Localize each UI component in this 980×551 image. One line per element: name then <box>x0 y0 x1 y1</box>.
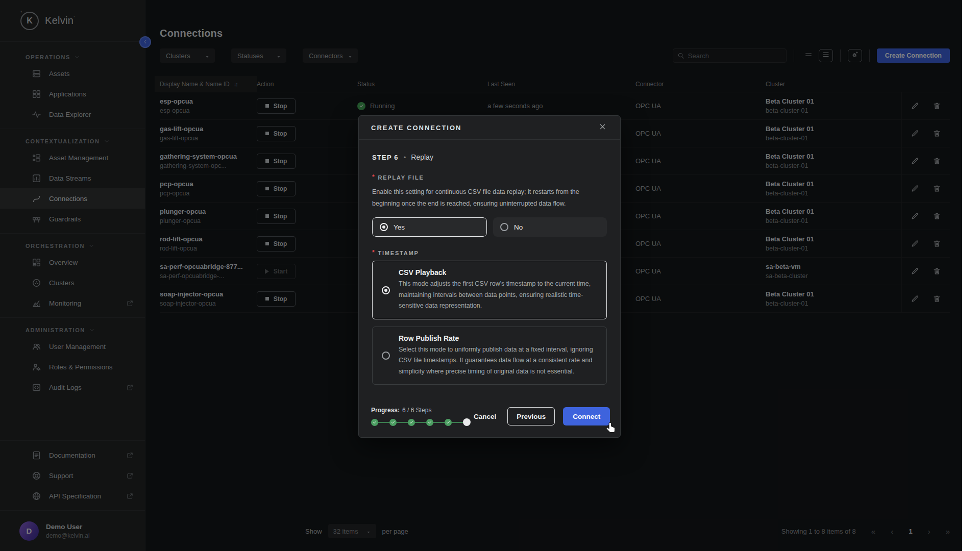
modal-header: CREATE CONNECTION <box>359 116 620 140</box>
step-complete-icon <box>445 419 452 426</box>
progress: Progress:6 / 6 Steps <box>371 407 471 426</box>
replay-file-description: Enable this setting for continuous CSV f… <box>372 186 603 210</box>
modal-body: STEP 6 • Replay * REPLAY FILE Enable thi… <box>359 140 620 399</box>
step-connector <box>415 422 426 423</box>
step-connector <box>433 422 445 423</box>
step-complete-icon <box>389 419 397 426</box>
replay-file-label: * REPLAY FILE <box>372 174 607 181</box>
replay-option-yes[interactable]: Yes <box>372 217 487 237</box>
timestamp-label: * TIMESTAMP <box>372 250 607 256</box>
progress-text: Progress:6 / 6 Steps <box>371 407 471 414</box>
step-bullet: • <box>404 154 406 161</box>
progress-steps <box>371 418 471 426</box>
radio-icon <box>500 223 508 231</box>
step-name: Replay <box>411 153 433 161</box>
step-current-icon <box>463 418 471 426</box>
radio-icon <box>382 286 390 294</box>
step-connector <box>378 422 389 423</box>
timestamp-mode-csv-playback[interactable]: CSV Playback This mode adjusts the first… <box>372 261 607 319</box>
create-connection-modal: CREATE CONNECTION STEP 6 • Replay * REPL… <box>358 115 621 438</box>
step-indicator: STEP 6 • Replay <box>372 153 607 161</box>
modal-buttons: Cancel Previous Connect <box>471 407 610 425</box>
timestamp-mode-row-publish-rate[interactable]: Row Publish Rate Select this mode to uni… <box>372 327 607 385</box>
modal-footer: Progress:6 / 6 Steps Cancel Previous Con… <box>359 399 620 437</box>
step-connector <box>452 422 463 423</box>
close-icon[interactable] <box>599 123 608 132</box>
app-window: ' K Kelvin' OPERATIONS Assets Applicatio… <box>0 0 962 551</box>
right-gutter <box>962 0 980 551</box>
radio-icon <box>380 223 388 231</box>
required-marker: * <box>372 250 375 255</box>
step-connector <box>397 422 408 423</box>
screen: ' K Kelvin' OPERATIONS Assets Applicatio… <box>0 0 980 551</box>
step-complete-icon <box>371 419 378 426</box>
timestamp-options: CSV Playback This mode adjusts the first… <box>372 261 607 385</box>
required-marker: * <box>372 174 375 180</box>
cancel-button[interactable]: Cancel <box>471 413 499 420</box>
radio-icon <box>382 352 390 360</box>
connect-button[interactable]: Connect <box>563 407 610 425</box>
step-complete-icon <box>408 419 415 426</box>
previous-button[interactable]: Previous <box>507 407 555 425</box>
modal-title: CREATE CONNECTION <box>371 124 461 132</box>
replay-file-options: Yes No <box>372 217 607 237</box>
replay-option-no[interactable]: No <box>493 217 607 237</box>
step-complete-icon <box>426 419 433 426</box>
step-label: STEP 6 <box>372 154 399 161</box>
